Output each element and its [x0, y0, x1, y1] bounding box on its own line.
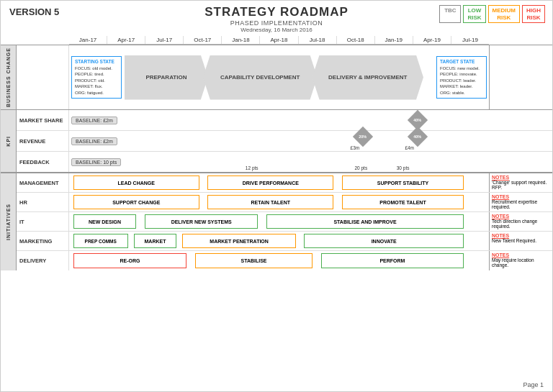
kpi-revenue-row: REVENUE BASELINE: £2m 20% 40%: [17, 131, 552, 152]
init-innovate: INNOVATE: [304, 234, 464, 248]
kpi-market-share-row: MARKET SHARE BASELINE: £2m 40%: [17, 110, 552, 131]
title-block: STRATEGY ROADMAP PHASED IMPLEMENTATION W…: [204, 5, 349, 33]
starting-state-box: STARTING STATE FOCUS: old model.PEOPLE: …: [71, 56, 122, 99]
init-lead-change: LEAD CHANGE: [73, 176, 199, 190]
bc-row-label: [17, 45, 69, 109]
kpi-revenue-content: BASELINE: £2m 20% 40% £3m £4m: [69, 131, 489, 151]
main-title: STRATEGY ROADMAP: [204, 5, 349, 19]
arrow-delivery: DELIVERY & IMPROVEMENT: [313, 55, 423, 100]
revenue-3m: £3m: [351, 145, 360, 150]
marketing-notes-text: New Talent Required.: [492, 238, 536, 243]
initiatives-section-label-col: INITIATIVES: [1, 173, 17, 270]
init-management-label: MANAGEMENT: [17, 173, 69, 192]
init-management-content: LEAD CHANGE DRIVE PERFORMANCE SUPPORT ST…: [69, 173, 489, 192]
init-deliver-new-systems: DELIVER NEW SYSTEMS: [145, 214, 258, 229]
marketing-notes-title: NOTES: [492, 233, 550, 238]
init-hr-row: HR SUPPORT CHANGE RETAIN TALENT PROMOTE …: [17, 193, 552, 212]
management-notes-text: 'Change' support required. RFP.: [492, 180, 547, 190]
kpi-feedback-row: FEEDBACK BASELINE: 10 pts 12 pts 20 pts …: [17, 152, 552, 172]
market-share-diamond-40: 40%: [410, 113, 425, 127]
init-market: MARKET: [134, 234, 176, 248]
feedback-30pts: 30 pts: [397, 165, 410, 170]
feedback-baseline: BASELINE: 10 pts: [71, 158, 121, 166]
revenue-baseline: BASELINE: £2m: [71, 137, 117, 145]
timeline-jan19: Jan-19: [375, 36, 413, 44]
kpi-revenue-label: REVENUE: [17, 131, 69, 151]
delivery-notes-text: May require location change.: [492, 257, 534, 268]
arrow-capability: CAPABILITY DEVELOPMENT: [203, 55, 318, 100]
starting-state-title: STARTING STATE: [75, 59, 118, 64]
init-retain-talent: RETAIN TALENT: [207, 195, 333, 209]
timeline-jul17: Jul-17: [145, 36, 184, 44]
revenue-diamond-40: 40%: [410, 129, 425, 144]
bc-notes-col: [489, 45, 552, 109]
it-notes-title: NOTES: [492, 214, 550, 219]
init-hr-content: SUPPORT CHANGE RETAIN TALENT PROMOTE TAL…: [69, 193, 489, 211]
version-label: VERSION 5: [9, 6, 59, 17]
init-hr-notes: NOTES Recruitment expertise required.: [489, 193, 552, 211]
init-it-row: IT NEW DESIGN DELIVER NEW SYSTEMS STABIL…: [17, 212, 552, 232]
subtitle: PHASED IMPLEMENTATION: [204, 19, 349, 27]
timeline-jul19: Jul-19: [451, 36, 489, 44]
init-hr-label: HR: [17, 193, 69, 211]
init-support-change: SUPPORT CHANGE: [73, 195, 199, 209]
feedback-20pts: 20 pts: [354, 165, 367, 170]
bc-section-label-col: BUSINESS CHANGE: [1, 45, 17, 109]
kpi-market-share-content: BASELINE: £2m 40%: [69, 110, 489, 130]
init-it-content: NEW DESIGN DELIVER NEW SYSTEMS STABILISE…: [69, 212, 489, 231]
badge-low: LOWRISK: [463, 5, 485, 23]
badge-medium: MEDIUMRISK: [488, 5, 520, 23]
init-marketing-row: MARKETING PREP COMMS MARKET MARKET PENET…: [17, 232, 552, 251]
initiatives-section: INITIATIVES MANAGEMENT LEAD CHANGE DRIVE…: [1, 172, 552, 270]
feedback-12pts: 12 pts: [246, 165, 258, 170]
init-re-org: RE-ORG: [73, 253, 186, 268]
market-share-baseline: BASELINE: £2m: [71, 117, 117, 124]
init-support-stability: SUPPORT STABILITY: [342, 176, 464, 190]
init-delivery-label: DELIVERY: [17, 251, 69, 270]
timeline-oct18: Oct-18: [337, 36, 375, 44]
initiatives-rows: MANAGEMENT LEAD CHANGE DRIVE PERFORMANCE…: [17, 173, 552, 270]
management-notes-title: NOTES: [492, 175, 550, 180]
init-marketing-label: MARKETING: [17, 232, 69, 250]
init-drive-performance: DRIVE PERFORMANCE: [207, 176, 333, 190]
timeline-oct17: Oct-17: [184, 36, 222, 44]
arrows-container: PREPARATION CAPABILITY DEVELOPMENT DELIV…: [125, 55, 433, 100]
target-state-title: TARGET STATE: [440, 59, 483, 64]
init-delivery-content: RE-ORG STABILISE PERFORM: [69, 251, 489, 270]
init-it-label: IT: [17, 212, 69, 231]
init-prep-comms: PREP COMMS: [73, 234, 128, 248]
kpi-feedback-label: FEEDBACK: [17, 152, 69, 172]
init-delivery-notes: NOTES May require location change.: [489, 251, 552, 270]
badge-high: HIGHRISK: [522, 5, 545, 23]
init-management-row: MANAGEMENT LEAD CHANGE DRIVE PERFORMANCE…: [17, 173, 552, 193]
timeline-apr18: Apr-18: [260, 36, 298, 44]
target-state-content: FOCUS: new model.PEOPLE: innovate.PRODUC…: [440, 65, 483, 96]
init-delivery-row: DELIVERY RE-ORG STABILISE PERFORM NOTES …: [17, 251, 552, 270]
page-number: Page 1: [523, 381, 544, 388]
init-stabilise: STABILISE: [195, 253, 313, 268]
timeline-header: Jan-17 Apr-17 Jul-17 Oct-17 Jan-18 Apr-1…: [69, 36, 489, 45]
kpi-section-label-col: KPI: [1, 110, 17, 172]
target-state-box: TARGET STATE FOCUS: new model.PEOPLE: in…: [436, 56, 487, 99]
kpi-rows: MARKET SHARE BASELINE: £2m 40% REVENUE B…: [17, 110, 552, 172]
timeline-apr19: Apr-19: [413, 36, 451, 44]
revenue-4m: £4m: [405, 145, 414, 150]
it-notes-text: Tech direction change required.: [492, 219, 537, 229]
date: Wednesday, 16 March 2016: [204, 27, 349, 33]
starting-state-content: FOCUS: old model.PEOPLE: tired.PRODUCT: …: [75, 65, 118, 96]
badge-tbc: TBC: [439, 5, 461, 23]
init-promote-talent: PROMOTE TALENT: [342, 195, 464, 209]
kpi-section: KPI MARKET SHARE BASELINE: £2m 40%: [1, 109, 552, 172]
init-perform: PERFORM: [321, 253, 464, 268]
init-market-penetration: MARKET PENETRATION: [182, 234, 295, 248]
timeline-jan18: Jan-18: [222, 36, 260, 44]
revenue-diamond-20: 20%: [356, 129, 370, 144]
kpi-market-share-label: MARKET SHARE: [17, 110, 69, 130]
init-marketing-notes: NOTES New Talent Required.: [489, 232, 552, 250]
init-it-notes: NOTES Tech direction change required.: [489, 212, 552, 231]
business-change-section: BUSINESS CHANGE STARTING STATE FOCUS: ol…: [1, 45, 552, 109]
hr-notes-title: NOTES: [492, 194, 550, 199]
init-marketing-content: PREP COMMS MARKET MARKET PENETRATION INN…: [69, 232, 489, 250]
initiatives-section-label: INITIATIVES: [6, 204, 11, 240]
bc-section-label: BUSINESS CHANGE: [6, 47, 11, 107]
